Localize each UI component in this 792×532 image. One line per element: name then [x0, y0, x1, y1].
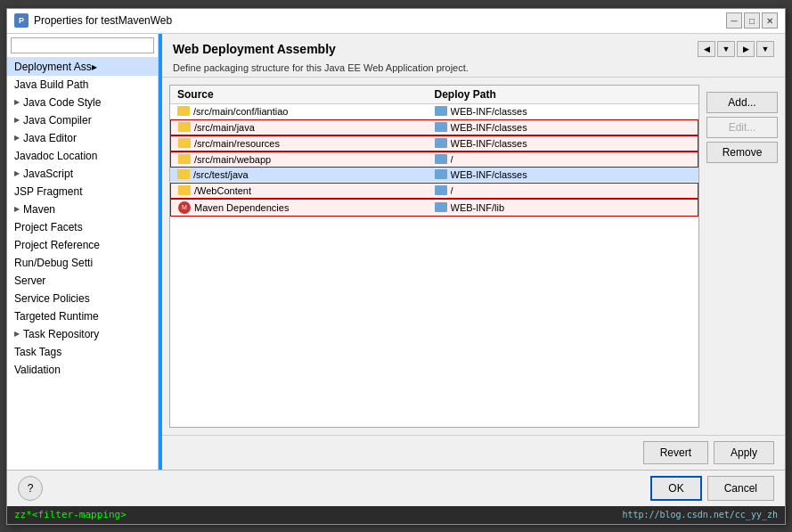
footer-right-buttons: Revert Apply [643, 441, 774, 464]
sidebar-item-16[interactable]: Task Tags [7, 343, 158, 361]
sidebar-item-4[interactable]: Java Editor [7, 129, 158, 147]
help-button[interactable]: ? [18, 476, 43, 501]
deploy-text: / [451, 154, 453, 165]
dialog-body: Deployment Ass▸Java Build PathJava Code … [7, 34, 785, 470]
main-header-title-bar: Web Deployment Assembly ◀ ▼ ▶ ▼ [173, 41, 774, 57]
sidebar-item-0[interactable]: Deployment Ass▸ [7, 58, 158, 76]
table-rows: /src/main/conf/liantiaoWEB-INF/classes/s… [170, 104, 698, 217]
edit-button[interactable]: Edit... [706, 117, 778, 138]
main-body: Source Deploy Path /src/main/conf/lianti… [162, 78, 785, 435]
table-header: Source Deploy Path [170, 86, 698, 104]
main-content: Web Deployment Assembly ◀ ▼ ▶ ▼ Define p… [162, 34, 785, 470]
revert-button[interactable]: Revert [643, 441, 708, 464]
dialog-footer: ? OK Cancel [7, 470, 785, 506]
table-row[interactable]: MMaven DependenciesWEB-INF/lib [170, 199, 698, 217]
title-bar: P Properties for testMavenWeb ─ □ ✕ [7, 9, 785, 34]
table-row[interactable]: /src/main/javaWEB-INF/classes [170, 119, 698, 135]
sidebar: Deployment Ass▸Java Build PathJava Code … [7, 34, 159, 470]
sidebar-item-1[interactable]: Java Build Path [7, 76, 158, 94]
table-row[interactable]: /src/main/resourcesWEB-INF/classes [170, 135, 698, 151]
bottom-url: http://blog.csdn.net/cc_yy_zh [622, 510, 778, 520]
sidebar-search [7, 34, 158, 58]
sidebar-item-8[interactable]: Maven [7, 201, 158, 218]
forward-button[interactable]: ▶ [737, 41, 755, 57]
deploy-folder-icon [435, 202, 447, 212]
cancel-button[interactable]: Cancel [707, 476, 774, 501]
source-text: /WebContent [194, 185, 251, 196]
deploy-text: WEB-INF/classes [451, 169, 527, 180]
deploy-folder-icon [435, 106, 447, 116]
deploy-folder-icon [435, 185, 447, 195]
sidebar-item-12[interactable]: Server [7, 272, 158, 290]
sidebar-item-11[interactable]: Run/Debug Setti [7, 254, 158, 272]
back-button[interactable]: ◀ [698, 41, 715, 57]
sidebar-item-10[interactable]: Project Reference [7, 236, 158, 254]
page-title: Web Deployment Assembly [173, 42, 336, 56]
table-row[interactable]: /src/main/conf/liantiaoWEB-INF/classes [170, 104, 698, 119]
close-button[interactable]: ✕ [762, 12, 778, 29]
maven-icon: M [178, 201, 191, 214]
source-column-header: Source [177, 88, 435, 101]
sidebar-item-5[interactable]: Javadoc Location [7, 147, 158, 165]
sidebar-item-2[interactable]: Java Code Style [7, 94, 158, 111]
folder-icon [178, 138, 191, 148]
source-text: /src/main/webapp [194, 154, 271, 165]
table-row[interactable]: /src/main/webapp/ [170, 151, 698, 168]
title-buttons: ─ □ ✕ [726, 12, 778, 29]
sidebar-item-14[interactable]: Targeted Runtime [7, 307, 158, 325]
folder-icon [178, 154, 191, 164]
deploy-folder-icon [435, 169, 447, 179]
sidebar-items-list: Deployment Ass▸Java Build PathJava Code … [7, 58, 158, 379]
table-row[interactable]: /WebContent/ [170, 183, 698, 199]
nav-buttons: ◀ ▼ ▶ ▼ [698, 41, 774, 57]
folder-icon [177, 106, 190, 116]
deploy-folder-icon [435, 154, 447, 164]
add-button[interactable]: Add... [706, 92, 778, 113]
sidebar-item-15[interactable]: Task Repository [7, 325, 158, 343]
sidebar-item-17[interactable]: Validation [7, 361, 158, 379]
table-row[interactable]: /src/test/javaWEB-INF/classes [170, 168, 698, 183]
sidebar-item-3[interactable]: Java Compiler [7, 111, 158, 129]
source-text: Maven Dependencies [194, 202, 289, 213]
source-text: /src/test/java [193, 169, 249, 180]
app-icon: P [14, 13, 29, 28]
sidebar-item-7[interactable]: JSP Fragment [7, 183, 158, 201]
title-bar-left: P Properties for testMavenWeb [14, 13, 172, 28]
bottom-bar: zz*<filter-mapping> http://blog.csdn.net… [7, 506, 785, 524]
properties-dialog: P Properties for testMavenWeb ─ □ ✕ Depl… [6, 8, 786, 525]
page-description: Define packaging structure for this Java… [173, 62, 774, 73]
deployment-table: Source Deploy Path /src/main/conf/lianti… [169, 85, 699, 428]
dialog-title: Properties for testMavenWeb [34, 14, 172, 27]
deploy-text: / [451, 185, 453, 196]
section-footer: Revert Apply [162, 435, 785, 470]
folder-icon [178, 185, 191, 195]
deploy-folder-icon [435, 122, 447, 132]
sidebar-item-9[interactable]: Project Facets [7, 218, 158, 236]
action-buttons: Add... Edit... Remove [706, 85, 778, 428]
sidebar-filter-input[interactable] [11, 37, 154, 53]
deploy-text: WEB-INF/classes [451, 122, 527, 133]
maximize-button[interactable]: □ [744, 12, 760, 29]
back-dropdown-button[interactable]: ▼ [717, 41, 735, 57]
source-text: /src/main/conf/liantiao [193, 106, 288, 117]
minimize-button[interactable]: ─ [726, 12, 742, 29]
deploy-text: WEB-INF/lib [451, 202, 505, 213]
deploy-folder-icon [435, 138, 447, 148]
main-header: Web Deployment Assembly ◀ ▼ ▶ ▼ Define p… [162, 34, 785, 78]
deploy-column-header: Deploy Path [435, 88, 692, 101]
deploy-text: WEB-INF/classes [451, 138, 527, 149]
ok-button[interactable]: OK [650, 476, 701, 501]
folder-icon [177, 169, 190, 179]
deploy-text: WEB-INF/classes [451, 106, 527, 117]
remove-button[interactable]: Remove [706, 142, 778, 163]
apply-button[interactable]: Apply [714, 441, 774, 464]
sidebar-item-6[interactable]: JavaScript [7, 165, 158, 183]
sidebar-item-13[interactable]: Service Policies [7, 290, 158, 307]
source-text: /src/main/java [194, 122, 255, 133]
forward-dropdown-button[interactable]: ▼ [756, 41, 774, 57]
folder-icon [178, 122, 191, 132]
ok-cancel-buttons: OK Cancel [650, 476, 774, 501]
bottom-code: zz*<filter-mapping> [14, 509, 127, 520]
source-text: /src/main/resources [194, 138, 280, 149]
